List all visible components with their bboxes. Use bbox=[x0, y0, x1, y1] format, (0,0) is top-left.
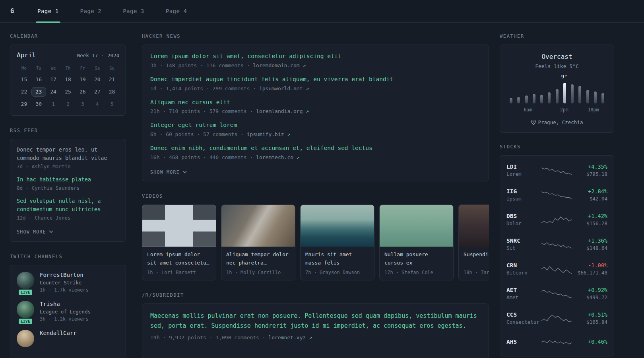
video-thumbnail[interactable] bbox=[142, 205, 216, 247]
external-link-icon[interactable]: ↗ bbox=[303, 62, 306, 68]
video-title[interactable]: Aliquam tempor dolor nec pharetra… bbox=[226, 251, 290, 267]
video-title[interactable]: Suspendisse diam bbox=[464, 251, 489, 267]
stock-row[interactable]: CCS Consectetur +0.51% $165.84 bbox=[506, 306, 607, 331]
hn-item-meta: 16h · 468 points · 440 comments · loremt… bbox=[150, 154, 481, 160]
stock-sparkline bbox=[541, 312, 572, 324]
weather-widget: WEATHER Overcast Feels like 5°C 9° 6am 2… bbox=[500, 33, 614, 133]
stock-change: -1.00% bbox=[578, 262, 607, 268]
hn-domain-link[interactable]: ipsumify.biz bbox=[247, 131, 284, 137]
external-link-icon[interactable]: ↗ bbox=[297, 154, 300, 160]
stock-name: Ipsum bbox=[506, 196, 541, 202]
stock-name: Amet bbox=[506, 294, 541, 300]
subreddit-domain-link[interactable]: loremnet.xyz bbox=[268, 335, 306, 340]
top-nav: G Page 1 Page 2 Page 3 Page 4 bbox=[0, 0, 644, 23]
subreddit-card: Maecenas mollis pulvinar erat non posuer… bbox=[142, 304, 489, 358]
channel-name[interactable]: Trisha bbox=[40, 301, 91, 307]
stock-price: $66,171.48 bbox=[578, 270, 607, 276]
hn-domain-link[interactable]: loremlandia.org bbox=[256, 108, 303, 114]
external-link-icon[interactable]: ↗ bbox=[287, 131, 290, 137]
hn-domain-link[interactable]: ipsumworld.net bbox=[259, 86, 303, 91]
video-thumbnail[interactable] bbox=[221, 205, 295, 247]
stock-change: +0.92% bbox=[586, 287, 607, 293]
stock-symbol: AHS bbox=[506, 339, 541, 345]
video-thumbnail[interactable] bbox=[380, 205, 453, 247]
stock-row[interactable]: AET Amet +0.92% $499.72 bbox=[506, 281, 607, 306]
hn-item-title[interactable]: Donec imperdiet augue tincidunt felis al… bbox=[150, 75, 481, 84]
hn-meta-text: 1d · 1,414 points · 299 comments · bbox=[150, 86, 256, 91]
external-link-icon[interactable]: ↗ bbox=[309, 335, 312, 340]
hn-item-title[interactable]: Aliquam nec cursus elit bbox=[150, 98, 481, 107]
subreddit-post-title[interactable]: Maecenas mollis pulvinar erat non posuer… bbox=[150, 311, 481, 331]
hn-item-title[interactable]: Integer eget rutrum lorem bbox=[150, 121, 481, 130]
weather-bar-value: 9° bbox=[561, 74, 567, 80]
hn-item-title[interactable]: Donec enim nibh, condimentum et accumsan… bbox=[150, 144, 481, 153]
calendar-day: 15 bbox=[17, 75, 31, 84]
channel-name[interactable]: KendallCarr bbox=[40, 330, 77, 336]
channel-game: League of Legends bbox=[40, 309, 91, 315]
page-tabs: Page 1 Page 2 Page 3 Page 4 bbox=[28, 0, 198, 22]
video-title[interactable]: Nullam posuere cursus ex bbox=[384, 251, 448, 267]
video-card[interactable]: Nullam posuere cursus ex 17h · Stefan Co… bbox=[379, 204, 454, 280]
hn-domain-link[interactable]: loremtech.co bbox=[256, 154, 293, 160]
rss-item-title[interactable]: Donec tempor eros leo, ut commodo mauris… bbox=[17, 146, 119, 162]
twitch-card: LIVE ForrestBurton Counter-Strike 1h · 1… bbox=[10, 265, 126, 358]
video-title[interactable]: Mauris sit amet massa felis bbox=[305, 251, 369, 267]
calendar-day: 27 bbox=[90, 87, 105, 97]
stock-row[interactable]: LDI Lorem +4.35% $795.18 bbox=[506, 158, 607, 183]
hn-domain-link[interactable]: loremdomain.com bbox=[253, 62, 299, 68]
weather-card: Overcast Feels like 5°C 9° 6am 2pm 10pm … bbox=[500, 45, 614, 133]
twitch-channel[interactable]: LIVE Trisha League of Legends 3h · 1.2k … bbox=[17, 301, 119, 322]
weather-bar bbox=[594, 91, 597, 103]
video-card[interactable]: Lorem ipsum dolor sit amet consectetu… 1… bbox=[142, 204, 216, 280]
tab-page-3[interactable]: Page 3 bbox=[122, 0, 145, 22]
video-card[interactable]: Suspendisse diam 18h · Tara bbox=[458, 204, 489, 280]
stock-sparkline bbox=[541, 238, 572, 250]
stock-row[interactable]: AHS +0.46% bbox=[506, 331, 607, 354]
video-card[interactable]: Mauris sit amet massa felis 7h · Grayson… bbox=[300, 204, 374, 280]
stock-row[interactable]: DBS Dolor +1.42% $156.28 bbox=[506, 207, 607, 232]
rss-item-title[interactable]: In hac habitasse platea bbox=[17, 175, 119, 184]
hn-show-more-button[interactable]: SHOW MORE bbox=[150, 169, 187, 175]
video-title[interactable]: Lorem ipsum dolor sit amet consectetu… bbox=[147, 251, 211, 267]
stock-change: +0.51% bbox=[586, 311, 607, 318]
video-thumbnail[interactable] bbox=[459, 205, 489, 247]
external-link-icon[interactable]: ↗ bbox=[306, 108, 309, 114]
channel-name[interactable]: ForrestBurton bbox=[40, 272, 89, 278]
stock-row[interactable]: SNRC Sit +1.36% $148.64 bbox=[506, 232, 607, 257]
rss-item-meta: 12d · Chance Jones bbox=[17, 215, 119, 221]
calendar-day: 19 bbox=[75, 75, 90, 84]
video-body: Lorem ipsum dolor sit amet consectetu… 1… bbox=[142, 247, 216, 280]
stock-change: +1.36% bbox=[586, 237, 607, 244]
rss-item-meta: 8d · Cynthia Saunders bbox=[17, 185, 119, 191]
stock-row[interactable]: CRN Bitcorn -1.00% $66,171.48 bbox=[506, 257, 607, 281]
rss-item-title[interactable]: Sed volutpat nulla nisl, a condimentum n… bbox=[17, 197, 119, 214]
twitch-channel[interactable]: KendallCarr bbox=[17, 330, 119, 347]
subreddit-post-meta: 19h · 9,932 points · 1,090 comments · lo… bbox=[150, 335, 481, 340]
hn-item-title[interactable]: Lorem ipsum dolor sit amet, consectetur … bbox=[150, 52, 481, 61]
twitch-channel[interactable]: LIVE ForrestBurton Counter-Strike 1h · 1… bbox=[17, 272, 119, 293]
section-title-stocks: STOCKS bbox=[500, 144, 614, 150]
calendar-day: 17 bbox=[46, 75, 61, 84]
rss-card: Donec tempor eros leo, ut commodo mauris… bbox=[10, 139, 126, 242]
weather-time-label: 10pm bbox=[588, 107, 599, 113]
external-link-icon[interactable]: ↗ bbox=[306, 86, 309, 91]
stock-sparkline bbox=[541, 336, 572, 348]
section-title-rss: RSS FEED bbox=[10, 128, 126, 133]
rss-show-more-button[interactable]: SHOW MORE bbox=[17, 229, 53, 235]
video-thumbnail[interactable] bbox=[301, 205, 374, 247]
video-meta: 18h · Tara bbox=[464, 270, 489, 275]
stock-price: $499.72 bbox=[586, 294, 607, 300]
weekday-label: Th bbox=[61, 66, 76, 70]
avatar bbox=[17, 330, 34, 347]
weather-time-label: 6am bbox=[524, 107, 532, 113]
tab-page-2[interactable]: Page 2 bbox=[80, 0, 103, 22]
stock-name: Lorem bbox=[506, 171, 541, 177]
calendar-day-outside: 2 bbox=[61, 99, 76, 109]
hn-item: Integer eget rutrum lorem 6h · 60 points… bbox=[150, 121, 481, 137]
stock-row[interactable]: IIG Ipsum +2.84% $42.04 bbox=[506, 183, 607, 207]
middle-column: HACKER NEWS Lorem ipsum dolor sit amet, … bbox=[142, 33, 489, 358]
tab-page-4[interactable]: Page 4 bbox=[165, 0, 188, 22]
tab-page-1[interactable]: Page 1 bbox=[37, 0, 60, 22]
video-card[interactable]: Aliquam tempor dolor nec pharetra… 1h · … bbox=[221, 204, 295, 280]
video-meta: 7h · Grayson Dawson bbox=[305, 270, 369, 275]
